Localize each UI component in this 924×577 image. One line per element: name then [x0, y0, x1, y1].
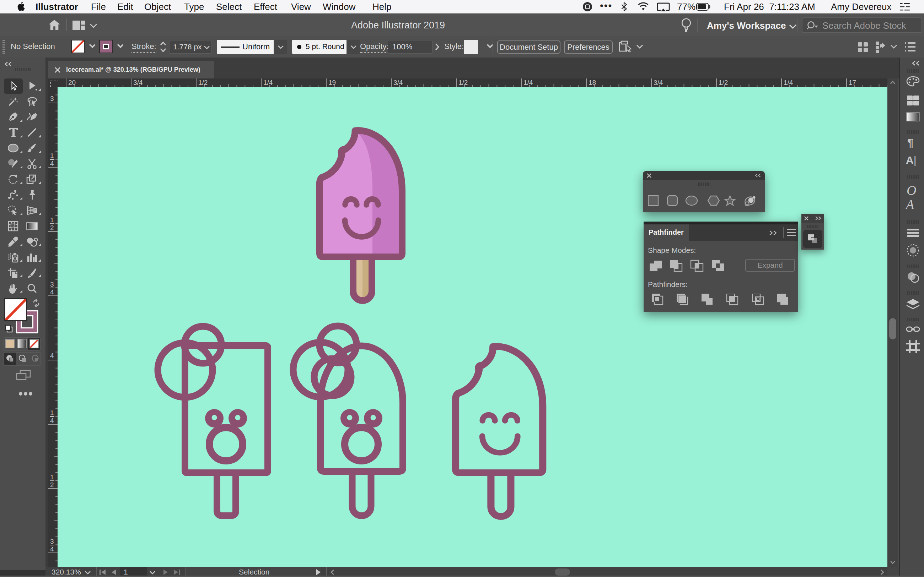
svg-text:4: 4	[50, 417, 54, 424]
svg-text:1: 1	[50, 409, 54, 416]
svg-text:4: 4	[50, 288, 54, 296]
svg-text:18: 18	[588, 79, 596, 86]
svg-text:4: 4	[50, 160, 54, 167]
svg-text:3: 3	[50, 538, 54, 545]
svg-text:3: 3	[50, 95, 54, 102]
svg-text:3/4: 3/4	[133, 79, 143, 86]
svg-text:1: 1	[50, 216, 54, 224]
svg-text:1/4: 1/4	[263, 79, 273, 86]
svg-text:1/4: 1/4	[523, 79, 533, 86]
svg-text:3/4: 3/4	[654, 79, 663, 86]
svg-text:20: 20	[68, 79, 76, 86]
svg-text:1/4: 1/4	[783, 79, 793, 86]
svg-text:4: 4	[50, 545, 54, 553]
svg-text:2: 2	[50, 481, 54, 488]
svg-text:4: 4	[50, 352, 54, 359]
svg-text:1/2: 1/2	[719, 79, 728, 86]
svg-text:1: 1	[50, 152, 54, 160]
svg-text:17: 17	[849, 79, 856, 86]
svg-text:2: 2	[50, 224, 54, 232]
svg-text:3: 3	[50, 280, 54, 288]
svg-text:1: 1	[50, 473, 54, 481]
svg-text:19: 19	[328, 79, 336, 86]
svg-text:3/4: 3/4	[393, 79, 403, 86]
svg-text:1/2: 1/2	[198, 79, 208, 86]
svg-text:1/2: 1/2	[459, 79, 468, 86]
